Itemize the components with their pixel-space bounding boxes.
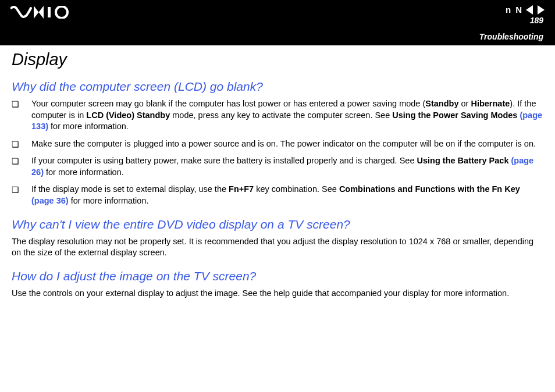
text-bold: Standby xyxy=(425,99,458,108)
list-item: Make sure the computer is plugged into a… xyxy=(12,138,543,150)
question-heading-3: How do I adjust the image on the TV scre… xyxy=(12,269,543,283)
text: If your computer is using battery power,… xyxy=(31,156,417,165)
prev-page-icon[interactable] xyxy=(526,5,533,15)
text: for more information. xyxy=(48,122,129,131)
header-right: n N 189 Troubleshooting xyxy=(479,5,545,41)
answer-text-3: Use the controls on your external displa… xyxy=(12,288,543,300)
answer-list-1: Your computer screen may go blank if the… xyxy=(12,98,543,207)
header-bar: n N 189 Troubleshooting xyxy=(0,0,555,45)
svg-point-1 xyxy=(56,6,67,18)
text: If the display mode is set to external d… xyxy=(31,184,229,194)
vaio-logo xyxy=(10,6,73,19)
question-heading-1: Why did the computer screen (LCD) go bla… xyxy=(12,80,543,94)
breadcrumb: Troubleshooting xyxy=(479,32,543,41)
text-bold: Fn+F7 xyxy=(229,184,254,194)
nav-letter-n: n xyxy=(506,5,511,15)
page-content: Display Why did the computer screen (LCD… xyxy=(0,45,555,299)
text: Your computer screen may go blank if the… xyxy=(31,99,425,108)
list-item: Your computer screen may go blank if the… xyxy=(12,98,543,133)
text-bold: LCD (Video) Standby xyxy=(86,111,170,120)
page-title: Display xyxy=(12,50,543,69)
list-item: If the display mode is set to external d… xyxy=(12,184,543,206)
text: for more information. xyxy=(44,168,124,177)
text: Make sure the computer is plugged into a… xyxy=(31,139,536,148)
text-bold: Combinations and Functions with the Fn K… xyxy=(339,184,520,194)
text-bold: Using the Power Saving Modes xyxy=(392,111,517,120)
answer-text-2: The display resolution may not be proper… xyxy=(12,236,543,259)
text: mode, press any key to activate the comp… xyxy=(170,111,392,120)
text: for more information. xyxy=(69,196,149,205)
nav-controls: n N xyxy=(505,5,545,15)
text: or xyxy=(459,99,471,108)
page-link[interactable]: (page 36) xyxy=(31,196,69,205)
text-bold: Hibernate xyxy=(471,99,510,108)
list-item: If your computer is using battery power,… xyxy=(12,155,543,178)
text: key combination. See xyxy=(254,184,339,194)
nav-letter-N: N xyxy=(515,5,522,15)
question-heading-2: Why can't I view the entire DVD video di… xyxy=(12,218,543,231)
text-bold: Using the Battery Pack xyxy=(417,156,509,165)
next-page-icon[interactable] xyxy=(538,5,545,15)
page-number: 189 xyxy=(530,16,543,25)
svg-rect-0 xyxy=(48,7,51,17)
